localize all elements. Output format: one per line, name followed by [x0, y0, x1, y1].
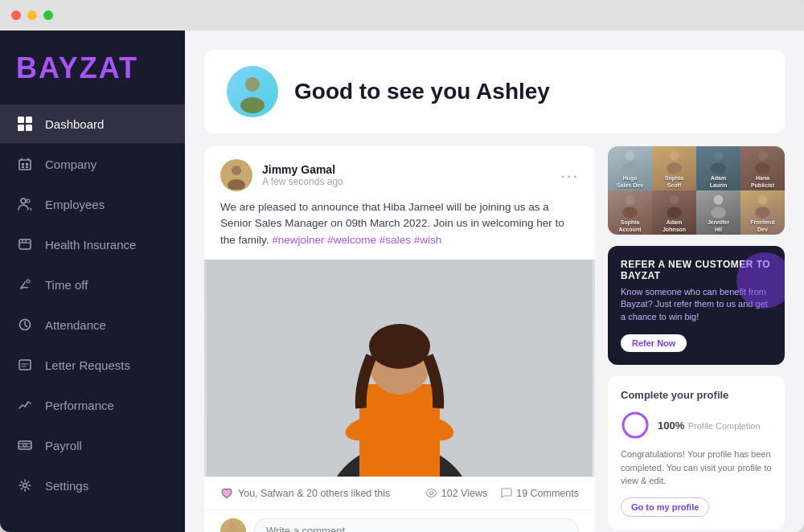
titlebar — [0, 0, 804, 31]
sidebar-item-employees[interactable]: Employees — [0, 185, 185, 223]
svg-rect-3 — [26, 125, 32, 131]
svg-rect-6 — [26, 163, 28, 166]
app-body: BAYZAT Dashboard — [0, 31, 804, 532]
svg-point-46 — [711, 162, 726, 174]
team-member-2[interactable]: SophiaScoff — [652, 146, 696, 190]
svg-point-54 — [711, 207, 726, 218]
sidebar-item-health-label: Health Insurance — [45, 238, 136, 252]
payroll-icon — [16, 436, 34, 454]
go-to-profile-button[interactable]: Go to my profile — [621, 497, 709, 517]
post-options-button[interactable]: ··· — [560, 166, 579, 185]
svg-point-47 — [758, 151, 768, 161]
sidebar-item-employees-label: Employees — [45, 198, 105, 211]
svg-point-11 — [21, 198, 26, 203]
sidebar-item-attendance[interactable]: Attendance — [0, 305, 185, 344]
post-views: 102 Views — [425, 487, 487, 499]
post-header: Jimmy Gamal A few seconds ago ··· — [204, 146, 595, 199]
team-member-1[interactable]: HugoSales Dev — [608, 146, 652, 190]
refer-now-button[interactable]: Refer Now — [621, 334, 687, 352]
post-likes[interactable]: You, Safwan & 20 others liked this — [220, 487, 390, 500]
sidebar-item-letter-requests[interactable]: Letter Requests — [0, 346, 185, 384]
progress-label: Profile Completion — [688, 421, 761, 431]
post-author-name: Jimmy Gamal — [262, 163, 343, 176]
maximize-button[interactable] — [43, 10, 53, 20]
sidebar-item-payroll[interactable]: Payroll — [0, 426, 185, 464]
svg-point-58 — [623, 413, 647, 437]
svg-point-42 — [622, 162, 638, 174]
svg-point-50 — [622, 207, 638, 218]
author-avatar-image — [222, 161, 251, 190]
logo-text: BAYZAT — [16, 51, 169, 85]
svg-point-38 — [429, 492, 433, 495]
post-image — [204, 260, 595, 477]
post-comment-row — [204, 509, 595, 532]
post-actions: You, Safwan & 20 others liked this 102 V… — [204, 477, 595, 509]
svg-point-41 — [626, 151, 635, 161]
likes-icon — [220, 487, 233, 500]
commenter-avatar — [220, 518, 246, 532]
sidebar-item-time-off[interactable]: Time off — [0, 265, 185, 304]
svg-rect-1 — [26, 117, 32, 123]
post-stats: 102 Views 19 Comments — [425, 487, 579, 499]
profile-card: Complete your profile 100% Profile Com — [608, 376, 785, 530]
post-person-image — [204, 260, 595, 477]
member-2-name: SophiaScoff — [663, 175, 685, 189]
progress-percent: 100% — [658, 419, 684, 432]
team-member-3[interactable]: AdamLaurin — [696, 146, 740, 190]
member-7-avatar — [696, 190, 740, 219]
app-window: BAYZAT Dashboard — [0, 0, 804, 532]
svg-point-52 — [667, 207, 682, 218]
profile-desc: Congratulations! Your profile has been c… — [621, 448, 772, 488]
team-member-7[interactable]: JenniferHil — [696, 190, 740, 235]
post-time: A few seconds ago — [262, 176, 343, 187]
team-member-6[interactable]: AdamJohnson — [652, 190, 696, 235]
sidebar-item-attendance-label: Attendance — [45, 318, 106, 332]
svg-point-28 — [240, 97, 265, 113]
post-comments: 19 Comments — [500, 487, 579, 499]
post-author-details: Jimmy Gamal A few seconds ago — [262, 163, 343, 187]
employees-icon — [16, 195, 34, 213]
post-hashtags[interactable]: #newjoiner #welcome #sales #wish — [272, 234, 441, 246]
comments-icon — [500, 487, 512, 499]
sidebar-item-settings-label: Settings — [45, 479, 88, 493]
svg-rect-7 — [22, 166, 24, 168]
user-avatar — [227, 66, 278, 117]
dashboard-icon — [16, 115, 34, 133]
team-member-4[interactable]: HanaPublicist — [740, 146, 785, 190]
svg-rect-8 — [26, 166, 28, 168]
member-3-name: AdamLaurin — [708, 175, 728, 189]
content-row: Jimmy Gamal A few seconds ago ··· We are… — [204, 146, 785, 532]
sidebar-item-health-insurance[interactable]: Health Insurance — [0, 225, 185, 264]
svg-point-48 — [755, 162, 770, 174]
sidebar-item-dashboard[interactable]: Dashboard — [0, 104, 185, 143]
svg-point-55 — [758, 195, 768, 205]
svg-point-53 — [714, 195, 724, 205]
sidebar-item-performance[interactable]: Performance — [0, 386, 185, 424]
right-column: HugoSales Dev SophiaScoff — [608, 146, 785, 532]
svg-rect-2 — [18, 125, 24, 131]
sidebar-item-company-label: Company — [45, 158, 96, 171]
minimize-button[interactable] — [27, 10, 37, 20]
sidebar-item-company[interactable]: Company — [0, 145, 185, 183]
main-content: Good to see you Ashley — [185, 31, 804, 532]
progress-svg — [621, 411, 650, 440]
svg-point-45 — [714, 151, 724, 161]
svg-point-44 — [667, 162, 682, 174]
comment-input[interactable] — [254, 518, 579, 532]
post-content: We are pleased to announce that Hiba Jam… — [204, 199, 595, 260]
close-button[interactable] — [11, 10, 21, 20]
views-icon — [425, 487, 437, 499]
sidebar-item-timeoff-label: Time off — [45, 278, 88, 292]
member-5-name: SophiaAccount — [617, 219, 643, 233]
team-member-8[interactable]: FrontendDev — [740, 190, 785, 235]
likes-text: You, Safwan & 20 others liked this — [238, 488, 390, 499]
svg-rect-13 — [19, 239, 31, 249]
member-3-avatar — [696, 146, 740, 175]
member-8-name: FrontendDev — [749, 219, 776, 233]
performance-icon — [16, 396, 34, 414]
post-author-info: Jimmy Gamal A few seconds ago — [220, 159, 343, 191]
svg-point-51 — [670, 195, 679, 205]
team-member-5[interactable]: SophiaAccount — [608, 190, 652, 235]
sidebar-item-settings[interactable]: Settings — [0, 466, 185, 505]
member-2-avatar — [652, 146, 696, 175]
